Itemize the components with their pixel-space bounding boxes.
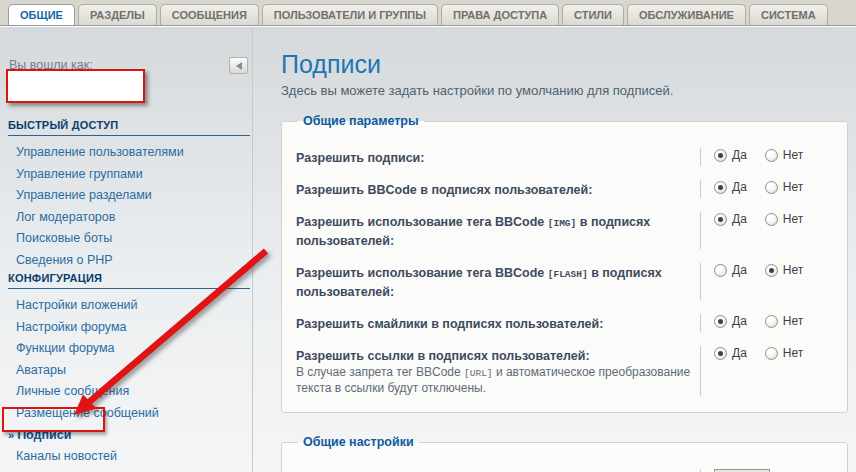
radio-group: Да Нет — [700, 346, 833, 396]
sidebar-item-avatars[interactable]: Аватары — [8, 359, 250, 381]
sidebar-link[interactable]: Лог модераторов — [16, 210, 115, 224]
setting-row-allow-smilies: Разрешить смайлики в подписях пользовате… — [296, 314, 833, 332]
radio-icon[interactable] — [714, 149, 727, 162]
page-title: Подписи — [281, 49, 848, 79]
tab-general[interactable]: ОБЩИЕ — [8, 4, 75, 25]
tab-forums[interactable]: РАЗДЕЛЫ — [78, 4, 157, 25]
radio-group: Да Нет — [700, 148, 833, 166]
radio-label[interactable]: Нет — [783, 212, 803, 226]
sidebar-item-user-registration[interactable]: Регистрация пользователей — [8, 467, 250, 472]
radio-icon[interactable] — [765, 347, 778, 360]
radio-label[interactable]: Нет — [783, 180, 803, 194]
radio-label[interactable]: Да — [732, 346, 747, 360]
setting-row-allow-flash: Разрешить использование тега BBCode [FLA… — [296, 263, 833, 300]
radio-label[interactable]: Нет — [783, 346, 803, 360]
sidebar-section-configuration: КОНФИГУРАЦИЯ Настройки вложений Настройк… — [8, 272, 250, 472]
radio-label[interactable]: Да — [732, 180, 747, 194]
radio-label[interactable]: Да — [732, 212, 747, 226]
radio-group: Да Нет — [700, 212, 833, 249]
sidebar-item-news-feeds[interactable]: Каналы новостей — [8, 445, 250, 467]
setting-row-allow-signatures: Разрешить подписи: Да Нет — [296, 148, 833, 166]
radio-icon[interactable] — [714, 264, 727, 277]
radio-option-yes[interactable]: Да — [714, 212, 747, 226]
bbcode-tag: [IMG] — [548, 218, 577, 229]
tab-system[interactable]: СИСТЕМА — [749, 4, 828, 25]
sidebar-link[interactable]: Настройки форума — [16, 320, 126, 334]
sidebar-link[interactable]: Функции форума — [16, 341, 114, 355]
sidebar-item-board-settings[interactable]: Настройки форума — [8, 316, 250, 338]
tab-permissions[interactable]: ПРАВА ДОСТУПА — [441, 4, 559, 25]
setting-label: Разрешить BBCode в подписях пользователе… — [296, 183, 592, 197]
sidebar-link[interactable]: Каналы новостей — [16, 449, 117, 463]
sidebar-item-manage-users[interactable]: Управление пользователями — [8, 141, 250, 163]
radio-label[interactable]: Да — [732, 314, 747, 328]
sidebar-link[interactable]: Аватары — [16, 363, 66, 377]
sidebar-link[interactable]: Сведения о PHP — [16, 253, 113, 267]
radio-option-no[interactable]: Нет — [765, 212, 803, 226]
radio-icon[interactable] — [765, 181, 778, 194]
annotation-box-username — [6, 69, 145, 103]
sidebar-link[interactable]: Поисковые боты — [16, 231, 112, 245]
sidebar-item-attachment-settings[interactable]: Настройки вложений — [8, 294, 250, 316]
tab-maintenance[interactable]: ОБСЛУЖИВАНИЕ — [627, 4, 746, 25]
sidebar-item-private-messages[interactable]: Личные сообщения — [8, 380, 250, 402]
fieldset-legend: Общие параметры — [298, 114, 424, 128]
fieldset-general-settings: Общие настройки Максимальная длина подпи… — [281, 435, 848, 472]
tab-posting[interactable]: СООБЩЕНИЯ — [160, 4, 259, 25]
page-subtitle: Здесь вы можете задать настройки по умол… — [281, 83, 848, 98]
sidebar-item-manage-groups[interactable]: Управление группами — [8, 163, 250, 185]
radio-option-yes[interactable]: Да — [714, 148, 747, 162]
sidebar-link[interactable]: Управление пользователями — [16, 145, 184, 159]
fieldset-general-options: Общие параметры Разрешить подписи: Да Не… — [281, 114, 848, 413]
sidebar-item-php-info[interactable]: Сведения о PHP — [8, 249, 250, 271]
sidebar-item-board-features[interactable]: Функции форума — [8, 337, 250, 359]
sidebar-link[interactable]: Управление разделами — [16, 188, 152, 202]
tab-bar: ОБЩИЕ РАЗДЕЛЫ СООБЩЕНИЯ ПОЛЬЗОВАТЕЛИ И Г… — [0, 0, 856, 26]
radio-option-yes[interactable]: Да — [714, 180, 747, 194]
radio-label[interactable]: Нет — [783, 314, 803, 328]
setting-label: Разрешить использование тега BBCode [FLA… — [296, 266, 662, 299]
radio-group: Да Нет — [700, 314, 833, 332]
radio-option-yes[interactable]: Да — [714, 314, 747, 328]
tab-styles[interactable]: СТИЛИ — [562, 4, 624, 25]
radio-option-no[interactable]: Нет — [765, 263, 803, 277]
setting-label: Разрешить подписи: — [296, 151, 424, 165]
sidebar-link[interactable]: Управление группами — [16, 167, 143, 181]
fieldset-legend: Общие настройки — [298, 435, 419, 449]
radio-icon[interactable] — [765, 315, 778, 328]
radio-icon[interactable] — [714, 213, 727, 226]
sidebar-item-search-bots[interactable]: Поисковые боты — [8, 227, 250, 249]
radio-icon[interactable] — [714, 315, 727, 328]
sidebar-link[interactable]: Настройки вложений — [16, 298, 138, 312]
sidebar-item-manage-forums[interactable]: Управление разделами — [8, 184, 250, 206]
setting-label: Разрешить использование тега BBCode [IMG… — [296, 215, 650, 248]
bbcode-tag: [URL] — [464, 368, 493, 379]
radio-label[interactable]: Нет — [783, 148, 803, 162]
tab-users-groups[interactable]: ПОЛЬЗОВАТЕЛИ И ГРУППЫ — [262, 4, 438, 25]
setting-row-allow-links: Разрешить ссылки в подписях пользователе… — [296, 346, 833, 396]
radio-label[interactable]: Да — [732, 263, 747, 277]
radio-icon[interactable] — [765, 149, 778, 162]
setting-label: Разрешить смайлики в подписях пользовате… — [296, 317, 603, 331]
radio-option-no[interactable]: Нет — [765, 346, 803, 360]
radio-label[interactable]: Да — [732, 148, 747, 162]
radio-option-no[interactable]: Нет — [765, 314, 803, 328]
collapse-sidebar-button[interactable] — [229, 57, 248, 74]
radio-group: Да Нет — [700, 180, 833, 198]
sidebar-section-quick-access: БЫСТРЫЙ ДОСТУП Управление пользователями… — [8, 119, 250, 271]
radio-icon[interactable] — [765, 213, 778, 226]
radio-option-yes[interactable]: Да — [714, 263, 747, 277]
radio-label[interactable]: Нет — [783, 263, 803, 277]
radio-option-no[interactable]: Нет — [765, 180, 803, 194]
radio-icon[interactable] — [765, 264, 778, 277]
radio-group: Да Нет — [700, 263, 833, 300]
setting-label: Разрешить ссылки в подписях пользователе… — [296, 349, 590, 363]
annotation-box-signatures-item — [2, 407, 105, 432]
radio-option-no[interactable]: Нет — [765, 148, 803, 162]
sidebar-link[interactable]: Личные сообщения — [16, 384, 129, 398]
radio-icon[interactable] — [714, 347, 727, 360]
radio-option-yes[interactable]: Да — [714, 346, 747, 360]
radio-icon[interactable] — [714, 181, 727, 194]
main-panel: Подписи Здесь вы можете задать настройки… — [281, 27, 848, 472]
sidebar-item-moderator-log[interactable]: Лог модераторов — [8, 206, 250, 228]
